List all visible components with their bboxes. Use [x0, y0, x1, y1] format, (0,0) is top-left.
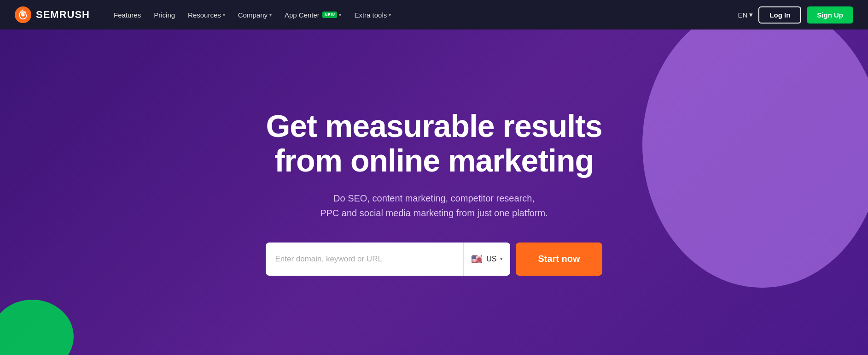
nav-links: Features Pricing Resources ▾ Company ▾ A…	[108, 7, 723, 23]
nav-item-pricing[interactable]: Pricing	[148, 7, 181, 23]
hero-section: Get measurable results from online marke…	[0, 30, 868, 355]
hero-content: Get measurable results from online marke…	[247, 109, 620, 276]
nav-item-company[interactable]: Company ▾	[233, 7, 277, 23]
extra-tools-chevron-icon: ▾	[389, 12, 391, 18]
nav-right: EN ▾ Log In Sign Up	[738, 6, 853, 24]
us-flag-icon: 🇺🇸	[471, 254, 483, 265]
app-center-badge: NEW	[322, 12, 338, 18]
country-chevron-icon: ▾	[500, 256, 503, 262]
blob-decoration	[0, 300, 74, 355]
circle-decoration	[642, 30, 868, 288]
search-input[interactable]	[275, 254, 454, 264]
svg-point-1	[21, 13, 24, 16]
logo[interactable]: SEMRUSH	[15, 6, 90, 23]
lang-chevron-icon: ▾	[749, 11, 753, 19]
search-input-wrapper	[266, 243, 463, 276]
resources-chevron-icon: ▾	[223, 12, 225, 18]
navbar: SEMRUSH Features Pricing Resources ▾ Com…	[0, 0, 868, 30]
logo-text: SEMRUSH	[36, 9, 90, 21]
search-container: 🇺🇸 US ▾ Start now	[266, 243, 602, 276]
language-selector[interactable]: EN ▾	[738, 11, 753, 19]
company-chevron-icon: ▾	[269, 12, 272, 18]
app-center-chevron-icon: ▾	[339, 12, 341, 18]
hero-title: Get measurable results from online marke…	[266, 109, 602, 178]
start-now-button[interactable]: Start now	[516, 243, 602, 276]
nav-item-extra-tools[interactable]: Extra tools ▾	[349, 7, 396, 23]
nav-item-app-center[interactable]: App Center NEW ▾	[279, 7, 347, 23]
hero-subtitle: Do SEO, content marketing, competitor re…	[266, 191, 602, 220]
country-code-label: US	[486, 255, 496, 263]
nav-item-resources[interactable]: Resources ▾	[182, 7, 231, 23]
semrush-logo-icon	[15, 6, 31, 23]
country-selector[interactable]: 🇺🇸 US ▾	[463, 243, 510, 276]
nav-item-features[interactable]: Features	[108, 7, 146, 23]
login-button[interactable]: Log In	[758, 6, 801, 24]
signup-button[interactable]: Sign Up	[807, 6, 853, 24]
